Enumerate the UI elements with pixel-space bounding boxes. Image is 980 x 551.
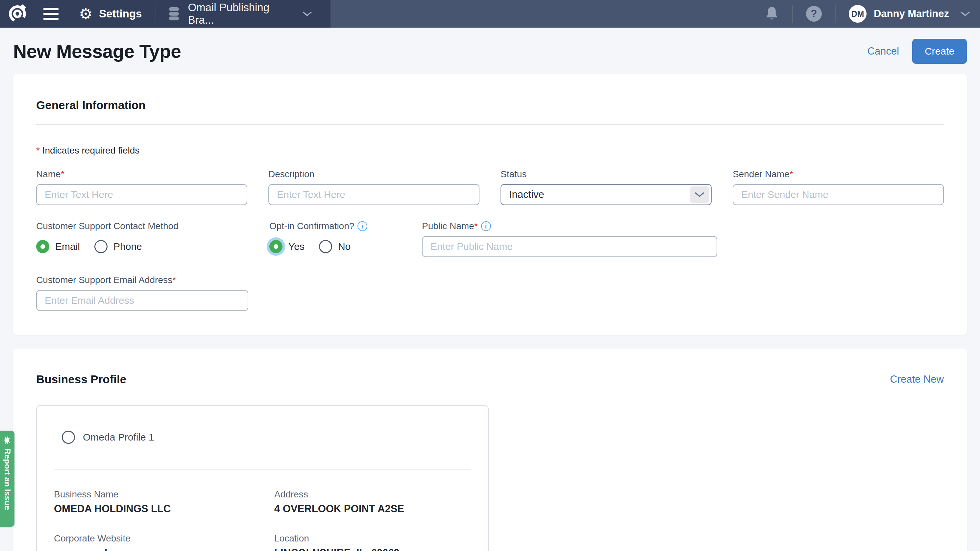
radio-selected-icon: [269, 240, 283, 253]
topbar-left-section: ⚙ Settings Omail Publishing Bra...: [0, 0, 331, 28]
address-value: 4 OVERLOOK POINT A2SE: [274, 503, 471, 515]
topbar-right-section: ? DM Danny Martinez: [331, 0, 980, 28]
create-new-link[interactable]: Create New: [890, 373, 944, 385]
contact-method-group: Customer Support Contact Method Email Ph…: [36, 221, 248, 257]
address-label: Address: [274, 489, 471, 500]
avatar-initials: DM: [851, 9, 864, 19]
chevron-down-icon: [960, 11, 970, 17]
select-chevron-button: [690, 186, 709, 203]
header-divider: [792, 5, 793, 23]
location-item: Location LINCOLNSHIRE, IL, 60069: [274, 533, 471, 551]
omeda-logo-icon[interactable]: [8, 4, 27, 23]
section-divider: [36, 124, 944, 125]
profile-divider: [54, 470, 471, 470]
profile-radio-option[interactable]: Omeda Profile 1: [54, 431, 471, 444]
contact-method-email-option[interactable]: Email: [36, 240, 80, 253]
header-divider: [156, 5, 156, 22]
opt-in-group: Opt-in Confirmation? i Yes No: [269, 221, 401, 257]
sender-name-field-group: Sender Name*: [733, 169, 944, 205]
status-select[interactable]: Inactive: [501, 184, 712, 205]
omeda-profile-card: Omeda Profile 1 Business Name OMEDA HOLD…: [36, 405, 489, 551]
public-name-label: Public Name* i: [422, 221, 717, 232]
status-selected-value: Inactive: [509, 189, 544, 200]
support-email-input[interactable]: [36, 290, 248, 311]
public-name-input[interactable]: [422, 236, 717, 257]
required-fields-note: * Indicates required fields: [36, 145, 944, 156]
profile-details-grid: Business Name OMEDA HOLDINGS LLC Address…: [54, 489, 471, 551]
header-divider: [835, 5, 836, 23]
info-icon[interactable]: i: [358, 221, 368, 231]
business-name-value: OMEDA HOLDINGS LLC: [54, 503, 274, 515]
report-an-issue-tab[interactable]: Report an Issue: [0, 431, 14, 527]
website-value: www.omeda.com: [54, 547, 274, 551]
database-icon: [167, 6, 181, 21]
name-label: Name*: [36, 169, 247, 179]
location-label: Location: [274, 533, 471, 544]
description-input[interactable]: [268, 184, 479, 205]
chevron-down-icon: [695, 192, 705, 198]
status-label: Status: [501, 169, 712, 179]
business-name-item: Business Name OMEDA HOLDINGS LLC: [54, 489, 274, 515]
contact-method-options: Email Phone: [36, 240, 248, 253]
settings-label: Settings: [99, 8, 142, 20]
page-content: New Message Type Cancel Create General I…: [0, 38, 980, 551]
business-profile-card: Business Profile Create New Omeda Profil…: [13, 348, 967, 551]
public-name-group: Public Name* i: [422, 221, 717, 257]
cancel-button[interactable]: Cancel: [867, 45, 899, 57]
radio-selected-icon: [36, 240, 49, 253]
location-value: LINCOLNSHIRE, IL, 60069: [274, 547, 471, 551]
name-input[interactable]: [36, 184, 247, 205]
avatar: DM: [849, 5, 867, 23]
opt-in-label: Opt-in Confirmation? i: [269, 221, 401, 232]
page-actions: Cancel Create: [867, 39, 967, 64]
menu-hamburger-icon[interactable]: [43, 5, 59, 23]
support-email-group: Customer Support Email Address*: [36, 275, 248, 311]
report-an-issue-label: Report an Issue: [3, 448, 12, 510]
brand-dropdown[interactable]: Omail Publishing Bra...: [167, 1, 312, 26]
description-field-group: Description: [268, 169, 479, 205]
website-label: Corporate Website: [54, 533, 274, 544]
opt-in-no-option[interactable]: No: [319, 240, 350, 253]
chevron-down-icon: [302, 11, 312, 17]
contact-method-label: Customer Support Contact Method: [36, 221, 248, 232]
business-name-label: Business Name: [54, 489, 274, 500]
top-navigation-bar: ⚙ Settings Omail Publishing Bra... ?: [0, 0, 980, 28]
opt-in-yes-option[interactable]: Yes: [269, 240, 304, 253]
address-item: Address 4 OVERLOOK POINT A2SE: [274, 489, 471, 515]
contact-method-phone-option[interactable]: Phone: [94, 240, 142, 253]
radio-unselected-icon: [62, 431, 75, 444]
status-field-group: Status Inactive: [501, 169, 712, 205]
nav-settings[interactable]: ⚙ Settings: [79, 6, 142, 21]
sender-name-label: Sender Name*: [733, 169, 944, 179]
name-field-group: Name*: [36, 169, 247, 205]
general-information-heading: General Information: [36, 98, 944, 112]
profile-radio-label: Omeda Profile 1: [83, 432, 154, 443]
bug-icon: [2, 435, 12, 445]
general-information-card: General Information * Indicates required…: [13, 74, 967, 335]
radio-unselected-icon: [319, 240, 332, 253]
page-title-row: New Message Type Cancel Create: [13, 38, 967, 65]
radio-unselected-icon: [94, 240, 108, 253]
support-email-label: Customer Support Email Address*: [36, 275, 248, 285]
business-profile-header: Business Profile Create New: [36, 373, 944, 386]
create-button[interactable]: Create: [912, 39, 967, 64]
user-name: Danny Martinez: [874, 8, 949, 20]
help-icon[interactable]: ?: [806, 6, 822, 22]
notifications-bell-icon[interactable]: [765, 6, 779, 22]
info-icon[interactable]: i: [481, 221, 491, 231]
opt-in-options: Yes No: [269, 240, 401, 253]
description-label: Description: [268, 169, 479, 179]
form-row-2: Customer Support Contact Method Email Ph…: [36, 221, 944, 257]
page-title: New Message Type: [13, 40, 181, 62]
website-item: Corporate Website www.omeda.com: [54, 533, 274, 551]
form-row-1: Name* Description Status Inactive: [36, 169, 944, 205]
sender-name-input[interactable]: [733, 184, 944, 205]
user-menu[interactable]: DM Danny Martinez: [849, 5, 970, 23]
gear-icon: ⚙: [79, 6, 92, 21]
business-profile-heading: Business Profile: [36, 373, 126, 386]
brand-label: Omail Publishing Bra...: [188, 1, 286, 26]
